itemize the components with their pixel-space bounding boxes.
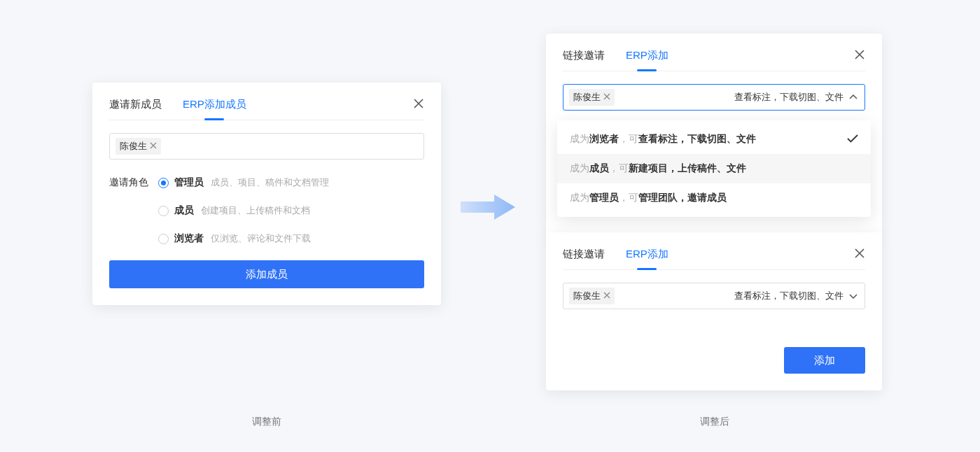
chip-label: 陈俊生 (120, 140, 147, 153)
member-chip: 陈俊生 (569, 288, 615, 304)
arrow-icon (461, 193, 517, 221)
dropdown-option-member[interactable]: 成为成员，可新建项目，上传稿件、文件 (557, 154, 871, 183)
add-button[interactable]: 添加 (784, 347, 865, 374)
close-icon[interactable] (854, 248, 865, 261)
tab-link-invite[interactable]: 链接邀请 (563, 248, 605, 261)
role-name: 管理员 (174, 176, 204, 189)
tab-erp-add[interactable]: ERP添加 (626, 49, 668, 62)
member-role-combo[interactable]: 陈俊生 查看标注，下载切图、文件 (563, 283, 865, 309)
combo-value: 查看标注，下载切图、文件 (734, 290, 844, 302)
caption-after: 调整后 (700, 416, 729, 428)
role-name: 成员 (174, 204, 194, 217)
chip-remove-icon[interactable] (603, 292, 610, 300)
close-icon[interactable] (413, 98, 424, 111)
role-desc: 仅浏览、评论和文件下载 (211, 232, 311, 245)
check-icon (847, 134, 858, 145)
tabs: 链接邀请 ERP添加 (563, 248, 865, 270)
tabs: 链接邀请 ERP添加 (563, 49, 865, 71)
member-chip: 陈俊生 (569, 89, 615, 106)
role-row-admin[interactable]: 邀请角色 管理员 成员、项目、稿件和文档管理 (109, 176, 424, 189)
dropdown-option-admin[interactable]: 成为管理员，可管理团队，邀请成员 (557, 183, 871, 213)
radio-icon[interactable] (158, 178, 169, 188)
role-row-viewer[interactable]: 浏览者 仅浏览、评论和文件下载 (158, 232, 424, 245)
role-desc: 成员、项目、稿件和文档管理 (211, 176, 329, 189)
tab-erp-add[interactable]: ERP添加成员 (183, 98, 246, 111)
role-row-member[interactable]: 成员 创建项目、上传稿件和文档 (158, 204, 424, 217)
chip-remove-icon[interactable] (150, 142, 157, 150)
chevron-down-icon[interactable] (849, 292, 858, 300)
role-section: 邀请角色 管理员 成员、项目、稿件和文档管理 成员 创建项目、上传稿件和文档 浏… (109, 176, 424, 245)
chip-label: 陈俊生 (573, 91, 601, 104)
tab-invite-new[interactable]: 邀请新成员 (109, 98, 162, 111)
tab-erp-add[interactable]: ERP添加 (626, 248, 668, 261)
chevron-up-icon[interactable] (849, 93, 858, 101)
chip-remove-icon[interactable] (603, 93, 610, 101)
chip-label: 陈俊生 (573, 290, 601, 302)
close-icon[interactable] (854, 49, 865, 62)
dialog-after-expanded: 链接邀请 ERP添加 陈俊生 查看标注，下载切图、文件 成为浏览者，可查看标注，… (546, 34, 882, 236)
dropdown-option-viewer[interactable]: 成为浏览者，可查看标注，下载切图、文件 (557, 125, 871, 154)
tab-link-invite[interactable]: 链接邀请 (563, 49, 605, 62)
caption-before: 调整前 (252, 416, 281, 428)
dialog-before: 邀请新成员 ERP添加成员 陈俊生 邀请角色 管理员 成员、项目、稿件和文档管理… (92, 83, 441, 305)
role-dropdown: 成为浏览者，可查看标注，下载切图、文件 成为成员，可新建项目，上传稿件、文件 成… (557, 120, 871, 217)
tabs: 邀请新成员 ERP添加成员 (109, 98, 424, 120)
dialog-after-collapsed: 链接邀请 ERP添加 陈俊生 查看标注，下载切图、文件 添加 (546, 232, 882, 390)
add-member-button[interactable]: 添加成员 (109, 260, 424, 288)
radio-icon[interactable] (158, 206, 169, 216)
role-name: 浏览者 (174, 232, 204, 245)
member-input[interactable]: 陈俊生 (109, 133, 424, 160)
role-desc: 创建项目、上传稿件和文档 (201, 204, 310, 217)
role-section-label: 邀请角色 (109, 176, 158, 189)
combo-value: 查看标注，下载切图、文件 (734, 91, 844, 104)
member-role-combo[interactable]: 陈俊生 查看标注，下载切图、文件 (563, 84, 865, 111)
member-chip: 陈俊生 (115, 138, 161, 155)
radio-icon[interactable] (158, 234, 169, 244)
